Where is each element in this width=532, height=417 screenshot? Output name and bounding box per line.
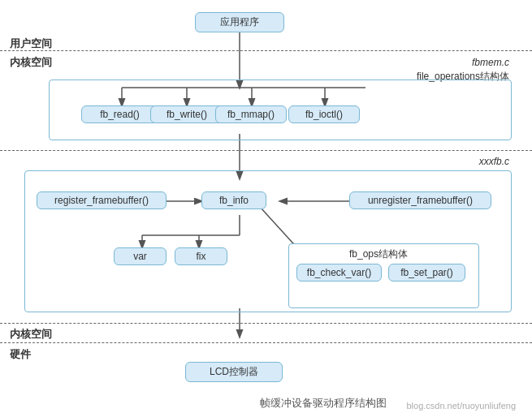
dashed-line-2 — [0, 150, 532, 151]
fix-node: fix — [175, 247, 227, 265]
fb-info-node: fb_info — [201, 191, 266, 209]
diagram-container: 用户空间 内核空间 fbmem.c file_operations结构体 应用程… — [0, 0, 532, 417]
var-node: var — [114, 247, 167, 265]
xxxfb-label: xxxfb.c — [479, 156, 509, 167]
dashed-line-1 — [0, 50, 532, 51]
fb-check-var-node: fb_check_var() — [296, 264, 382, 282]
fb-write-node: fb_write() — [150, 105, 223, 123]
fb-mmap-node: fb_mmap() — [215, 105, 287, 123]
fb-set-par-node: fb_set_par() — [388, 264, 465, 282]
app-node: 应用程序 — [195, 12, 284, 32]
fb-ops-label: fb_ops结构体 — [349, 247, 408, 261]
unregister-framebuffer-node: unregister_framebuffer() — [349, 191, 491, 209]
lcd-controller-node: LCD控制器 — [185, 362, 283, 382]
kernel-space1-label: 内核空间 — [10, 55, 52, 70]
user-space-label: 用户空间 — [10, 37, 52, 51]
kernel-space2-label: 内核空间 — [10, 327, 52, 342]
register-framebuffer-node: register_framebuffer() — [37, 191, 167, 209]
fb-read-node: fb_read() — [81, 105, 158, 123]
fbmem-label: fbmem.c — [472, 57, 509, 68]
watermark: blog.csdn.net/ruoyunliufeng — [406, 401, 516, 411]
dashed-line-4 — [0, 342, 532, 343]
hardware-label: 硬件 — [10, 347, 31, 362]
dashed-line-3 — [0, 323, 532, 324]
fb-ioctl-node: fb_ioctl() — [288, 105, 360, 123]
